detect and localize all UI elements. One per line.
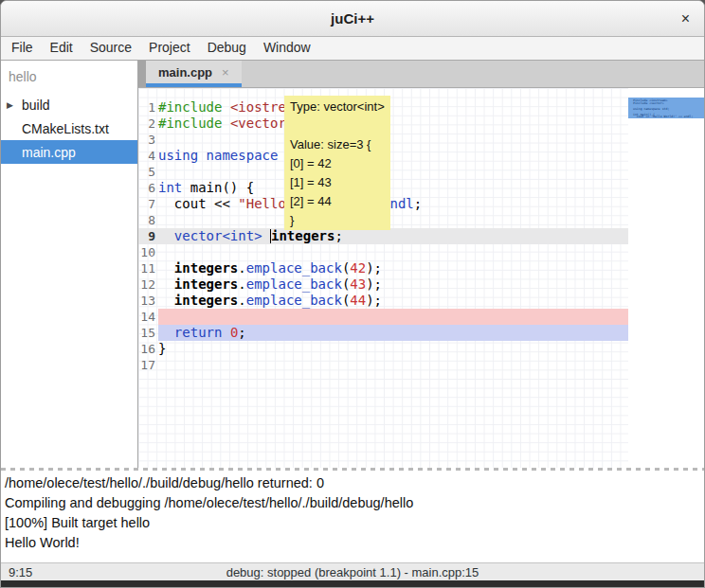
line-number-9[interactable]: 9 xyxy=(138,228,158,244)
menu-item-project[interactable]: Project xyxy=(140,37,199,60)
file-tree: ▶buildCMakeLists.txtmain.cpp xyxy=(1,93,137,164)
code-line-16[interactable]: 16} xyxy=(138,341,628,357)
line-number-16[interactable]: 16 xyxy=(138,341,158,357)
debug-value-tooltip: Type: vector<int> Value: size=3 { [0] = … xyxy=(284,96,390,230)
tab-label: main.cpp xyxy=(158,65,212,80)
editor-column: main.cpp × 1#include <iostream>2#include… xyxy=(138,61,704,468)
code-line-17[interactable]: 17 xyxy=(138,357,628,373)
line-number-17[interactable]: 17 xyxy=(138,357,158,373)
line-number-5[interactable]: 5 xyxy=(138,164,158,180)
main-area: hello ▶buildCMakeLists.txtmain.cpp main.… xyxy=(1,61,704,468)
menu-item-source[interactable]: Source xyxy=(81,37,140,60)
output-line: Compiling and debugging /home/olece/test… xyxy=(5,493,700,513)
code-line-13[interactable]: 13 integers.emplace_back(44); xyxy=(138,293,628,309)
output-lines: /home/olece/test/hello/./build/debug/hel… xyxy=(5,473,700,553)
line-number-11[interactable]: 11 xyxy=(138,260,158,276)
project-name: hello xyxy=(1,61,137,93)
tooltip-line: Type: vector<int> xyxy=(290,98,385,116)
code-line-9[interactable]: 9 vector<int> integers; xyxy=(138,228,628,244)
tooltip-line: Value: size=3 { xyxy=(290,135,385,154)
code-text: return 0; xyxy=(158,325,628,341)
code-text: vector<int> integers; xyxy=(158,228,628,244)
output-line: /home/olece/test/hello/./build/debug/hel… xyxy=(5,473,700,493)
code-text: #include <vector> xyxy=(158,116,628,132)
status-location: 9:15 xyxy=(9,565,32,579)
tab-main-cpp[interactable]: main.cpp × xyxy=(146,61,242,87)
status-bar: debug: stopped (breakpoint 1.1) - main.c… xyxy=(1,562,704,580)
minimap-code-line: cout << "Hello World!" << endl; xyxy=(633,116,704,118)
line-number-3[interactable]: 3 xyxy=(138,132,158,148)
tree-item-label: CMakeLists.txt xyxy=(22,121,109,136)
code-text: #include <iostream> xyxy=(158,99,628,116)
status-debug-message: debug: stopped (breakpoint 1.1) - main.c… xyxy=(1,565,704,579)
menu-item-debug[interactable]: Debug xyxy=(199,37,255,60)
minimap-viewport[interactable]: #include <iostream>#include <vector> usi… xyxy=(628,98,704,118)
line-number-15[interactable]: 15 xyxy=(138,325,158,341)
pane-separator-handle[interactable] xyxy=(1,468,704,471)
code-text xyxy=(158,132,628,148)
tree-item-build[interactable]: ▶build xyxy=(1,93,137,116)
line-number-12[interactable]: 12 xyxy=(138,276,158,293)
line-number-7[interactable]: 7 xyxy=(138,196,158,212)
line-number-10[interactable]: 10 xyxy=(138,244,158,260)
code-text xyxy=(158,212,628,228)
line-number-4[interactable]: 4 xyxy=(138,148,158,164)
code-text xyxy=(158,357,628,373)
expander-icon[interactable]: ▶ xyxy=(7,100,22,110)
output-line: Hello World! xyxy=(5,533,700,553)
tooltip-line: [1] = 43 xyxy=(290,173,385,192)
window-title: juCi++ xyxy=(331,10,374,27)
code-text xyxy=(158,244,628,260)
editor-area: 1#include <iostream>2#include <vector>34… xyxy=(138,88,704,468)
file-tree-panel: hello ▶buildCMakeLists.txtmain.cpp xyxy=(1,61,138,468)
code-text: integers.emplace_back(42); xyxy=(158,260,628,276)
line-number-13[interactable]: 13 xyxy=(138,293,158,309)
tooltip-line: } xyxy=(290,211,385,230)
code-text: using namespace std; xyxy=(158,148,628,164)
line-number-14[interactable]: 14 xyxy=(138,309,158,325)
minimap[interactable]: #include <iostream>#include <vector> usi… xyxy=(628,88,704,468)
code-line-12[interactable]: 12 integers.emplace_back(43); xyxy=(138,276,628,293)
tooltip-line xyxy=(290,116,385,135)
code-line-15[interactable]: 15 return 0; xyxy=(138,325,628,341)
code-line-10[interactable]: 10 xyxy=(138,244,628,260)
tree-item-label: main.cpp xyxy=(22,145,76,160)
tree-item-main-cpp[interactable]: main.cpp xyxy=(1,140,137,164)
code-text: int main() { xyxy=(158,180,628,196)
code-text xyxy=(158,164,628,180)
line-number-1[interactable]: 1 xyxy=(138,99,158,116)
output-panel[interactable]: /home/olece/test/hello/./build/debug/hel… xyxy=(1,468,704,562)
code-text: integers.emplace_back(44); xyxy=(158,293,628,309)
tab-bar-notch xyxy=(138,61,146,87)
window-bottom-edge xyxy=(1,580,704,587)
tab-close-icon[interactable]: × xyxy=(222,65,229,80)
code-text: } xyxy=(158,341,628,357)
code-line-11[interactable]: 11 integers.emplace_back(42); xyxy=(138,260,628,276)
output-line: [100%] Built target hello xyxy=(5,513,700,533)
menu-bar: FileEditSourceProjectDebugWindow xyxy=(1,37,704,61)
tooltip-line: [2] = 44 xyxy=(290,192,385,211)
app-window: juCi++ × FileEditSourceProjectDebugWindo… xyxy=(0,0,705,588)
tree-item-label: build xyxy=(22,98,50,113)
tab-bar: main.cpp × xyxy=(138,61,704,88)
code-text xyxy=(158,309,628,325)
line-number-2[interactable]: 2 xyxy=(138,116,158,132)
window-titlebar[interactable]: juCi++ × xyxy=(1,1,704,37)
menu-item-file[interactable]: File xyxy=(3,37,42,60)
code-text: integers.emplace_back(43); xyxy=(158,276,628,293)
line-number-6[interactable]: 6 xyxy=(138,180,158,196)
line-number-8[interactable]: 8 xyxy=(138,212,158,228)
close-icon[interactable]: × xyxy=(681,9,690,28)
tree-item-cmakelists-txt[interactable]: CMakeLists.txt xyxy=(1,116,137,140)
code-text: cout << "Hello World!" << endl; xyxy=(158,196,628,212)
tooltip-line: [0] = 42 xyxy=(290,154,385,173)
menu-item-edit[interactable]: Edit xyxy=(42,37,81,60)
menu-item-window[interactable]: Window xyxy=(255,37,319,60)
code-line-14[interactable]: 14 xyxy=(138,309,628,325)
